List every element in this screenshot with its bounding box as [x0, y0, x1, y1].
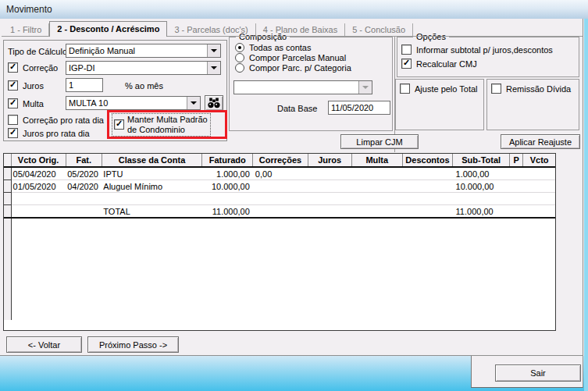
radio-manual-row: Compor Parcelas Manual [235, 53, 346, 62]
table-cell[interactable] [523, 180, 555, 193]
table-cell[interactable] [351, 193, 402, 205]
multa-select[interactable]: MULTA 10 [66, 96, 201, 110]
table-cell[interactable] [11, 193, 66, 205]
table-cell[interactable]: 10.000,00 [202, 180, 253, 193]
correcao-index-value: IGP-DI [66, 63, 207, 73]
table-cell[interactable] [510, 205, 523, 219]
correcao-prorata-checkbox[interactable] [8, 115, 18, 125]
informar-subtotal-checkbox[interactable] [401, 44, 412, 55]
contas-table[interactable]: Vcto Orig.Fat.Classe da ContaFaturadoCor… [3, 153, 556, 331]
compor-manual-radio[interactable] [235, 53, 244, 62]
table-cell[interactable]: 05/2020 [66, 167, 102, 180]
multa-search-button[interactable] [205, 95, 223, 111]
table-cell[interactable] [66, 205, 102, 219]
table-cell[interactable]: 01/05/2020 [11, 180, 66, 193]
table-cell[interactable]: 10.000,00 [453, 180, 510, 193]
column-header[interactable]: Fat. [66, 154, 102, 167]
table-cell[interactable] [402, 180, 452, 193]
table-cell[interactable] [253, 205, 308, 219]
chevron-down-icon[interactable] [187, 97, 200, 109]
table-cell[interactable]: Aluguel Mínimo [102, 180, 201, 193]
row-selector[interactable] [4, 180, 11, 193]
todas-contas-radio[interactable] [235, 43, 244, 52]
column-header[interactable]: Multa [351, 154, 402, 167]
chevron-down-icon[interactable] [207, 62, 220, 74]
voltar-button[interactable]: <- Voltar [6, 336, 82, 353]
column-header[interactable]: Vcto [523, 154, 555, 167]
table-cell[interactable] [308, 205, 351, 219]
table-cell[interactable]: 05/04/2020 [11, 167, 66, 180]
table-cell[interactable] [102, 193, 201, 205]
row-selector[interactable] [4, 167, 11, 180]
correcao-index-select[interactable]: IGP-DI [66, 61, 221, 75]
aplicar-reajuste-button[interactable]: Aplicar Reajuste [501, 134, 580, 149]
table-cell[interactable] [523, 193, 555, 205]
table-cell[interactable] [510, 180, 523, 193]
compor-categoria-radio[interactable] [235, 63, 244, 73]
table-cell[interactable] [523, 167, 555, 180]
table-cell[interactable] [351, 205, 402, 219]
sair-panel: Sair [471, 356, 583, 388]
table-cell[interactable]: TOTAL [102, 205, 201, 219]
ajuste-total-checkbox[interactable] [400, 84, 410, 94]
column-header[interactable]: P [510, 154, 523, 167]
table-cell[interactable]: 04/2020 [66, 180, 102, 193]
row-selector[interactable] [4, 205, 11, 219]
table-cell[interactable] [523, 205, 555, 219]
title-bar[interactable]: Movimento [0, 0, 588, 19]
column-header[interactable] [4, 154, 11, 167]
tab-desconto-acrescimo[interactable]: 2 - Desconto / Acréscimo [49, 21, 167, 37]
tab-parcelas[interactable]: 3 - Parcelas (doc's) [167, 23, 255, 36]
column-header[interactable]: Sub-Total [453, 154, 510, 167]
proximo-passo-button[interactable]: Próximo Passo -> [87, 336, 179, 353]
table-cell[interactable] [402, 193, 452, 205]
table-cell[interactable]: 1.000,00 [453, 167, 510, 180]
table-cell[interactable] [510, 167, 523, 180]
window-frame-right [584, 19, 588, 391]
tipo-calculo-select[interactable]: Definição Manual [66, 44, 221, 58]
chevron-down-icon[interactable] [207, 44, 220, 57]
table-cell[interactable] [402, 205, 452, 219]
table-cell[interactable]: 11.000,00 [453, 205, 510, 219]
manter-multa-checkbox[interactable] [114, 119, 124, 130]
table-cell[interactable] [253, 180, 308, 193]
table-cell[interactable]: 1.000,00 [202, 167, 253, 180]
table-cell[interactable]: IPTU [102, 167, 201, 180]
column-header[interactable]: Vcto Orig. [11, 154, 66, 167]
column-header[interactable]: Faturado [202, 154, 253, 167]
tab-plano-baixas[interactable]: 4 - Plano de Baixas [256, 23, 345, 36]
todas-contas-label: Todas as contas [249, 43, 312, 52]
multa-checkbox[interactable] [8, 98, 18, 108]
table-cell[interactable]: 11.000,00 [202, 205, 253, 219]
table-cell[interactable] [202, 193, 253, 205]
table-cell[interactable] [66, 193, 102, 205]
juros-prorata-checkbox[interactable] [8, 128, 18, 138]
table-cell[interactable] [402, 167, 452, 180]
table-cell[interactable] [308, 193, 351, 205]
table-cell[interactable] [308, 167, 351, 180]
table-cell[interactable] [351, 180, 402, 193]
column-header[interactable]: Descontos [402, 154, 452, 167]
sair-button[interactable]: Sair [495, 364, 581, 382]
table-cell[interactable]: 0,00 [253, 167, 308, 180]
juros-input[interactable] [66, 78, 103, 92]
table-cell[interactable] [253, 193, 308, 205]
tab-filtro[interactable]: 1 - Filtro [3, 23, 49, 36]
data-base-input[interactable] [328, 101, 390, 115]
recalcular-cmj-checkbox[interactable] [401, 59, 412, 69]
table-cell[interactable] [453, 193, 510, 205]
tipo-calculo-label: Tipo de Cálculo [8, 47, 67, 56]
tab-conclusao[interactable]: 5 - Conclusão [345, 23, 413, 36]
row-selector[interactable] [4, 193, 11, 205]
column-header[interactable]: Correções [253, 154, 308, 167]
juros-checkbox[interactable] [8, 80, 18, 91]
remissao-divida-checkbox[interactable] [491, 84, 501, 94]
column-header[interactable]: Classe da Conta [102, 154, 201, 167]
table-cell[interactable] [11, 205, 66, 219]
table-cell[interactable] [308, 180, 351, 193]
limpar-cjm-button[interactable]: Limpar CJM [340, 134, 419, 149]
table-cell[interactable] [351, 167, 402, 180]
column-header[interactable]: Juros [308, 154, 351, 167]
correcao-checkbox[interactable] [8, 62, 18, 73]
table-cell[interactable] [510, 193, 523, 205]
